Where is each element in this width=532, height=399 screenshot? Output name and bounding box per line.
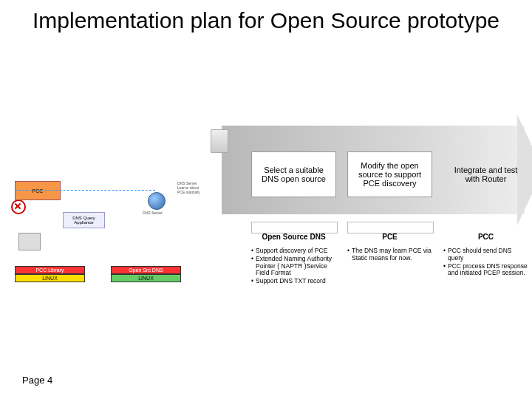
bullet: The DNS may learn PCE via Static means f…	[352, 248, 432, 262]
stack-pcc: PCC Library LINUX	[15, 266, 85, 282]
server-icon	[211, 129, 228, 153]
bullet: Extended Naming Authority Pointer ( NAPT…	[256, 256, 336, 277]
dns-query-box: DNS Query Appliance	[63, 212, 105, 228]
bullet: PCC process DNS response and initiated P…	[448, 263, 528, 278]
pcc-node: PCC	[15, 181, 61, 200]
phase-box-3: Integrate and test with Router	[443, 151, 528, 197]
page-number: Page 4	[22, 375, 52, 386]
phase-box-2: Modify the open source to support PCE di…	[347, 151, 432, 197]
phase-label-box	[347, 222, 434, 233]
dns-query-label: DNS Query Appliance	[64, 216, 104, 225]
globe-icon	[148, 192, 166, 210]
phase-bullets-3: •PCC should send DNS query •PCC process …	[443, 248, 528, 278]
monitor-icon	[18, 233, 41, 250]
pcc-label: PCC	[33, 188, 44, 194]
stack-layer: Open Src DNS	[111, 266, 181, 274]
bullet: PCC should send DNS query	[448, 248, 528, 262]
phase-heading: Select a suitable DNS open source	[255, 166, 332, 183]
phase-label-3: PCC	[443, 233, 528, 241]
phase-box-1: Select a suitable DNS open source	[251, 151, 336, 197]
phase-bullets-2: •The DNS may learn PCE via Static means …	[347, 248, 432, 263]
pce-note: DNS Server Learns about PCE statically	[177, 181, 207, 194]
phase-label-2: PCE	[347, 233, 432, 241]
bullet: Support DNS TXT record	[256, 278, 326, 285]
slide: Implementation plan for Open Source prot…	[0, 0, 532, 399]
phase-heading: Integrate and test with Router	[446, 166, 525, 183]
stack-layer: PCC Library	[15, 266, 85, 274]
phase-heading: Modify the open source to support PCE di…	[351, 161, 429, 188]
architecture-diagram: PCC DNS Query Appliance DNS Server DNS S…	[11, 129, 225, 314]
phase-label-box	[251, 222, 338, 233]
stack-layer: LINUX	[111, 274, 181, 282]
stack-dns: Open Src DNS LINUX	[111, 266, 181, 282]
router-icon	[11, 200, 26, 214]
phase-label-1: Open Source DNS	[251, 233, 336, 241]
bullet: Support discovery of PCE	[256, 248, 327, 255]
slide-title: Implementation plan for Open Source prot…	[0, 7, 532, 34]
phase-bullets-1: •Support discovery of PCE •Extended Nami…	[251, 248, 336, 286]
dns-path-line	[15, 190, 155, 191]
stack-layer: LINUX	[15, 274, 85, 282]
dns-server-label: DNS Server	[143, 211, 163, 215]
